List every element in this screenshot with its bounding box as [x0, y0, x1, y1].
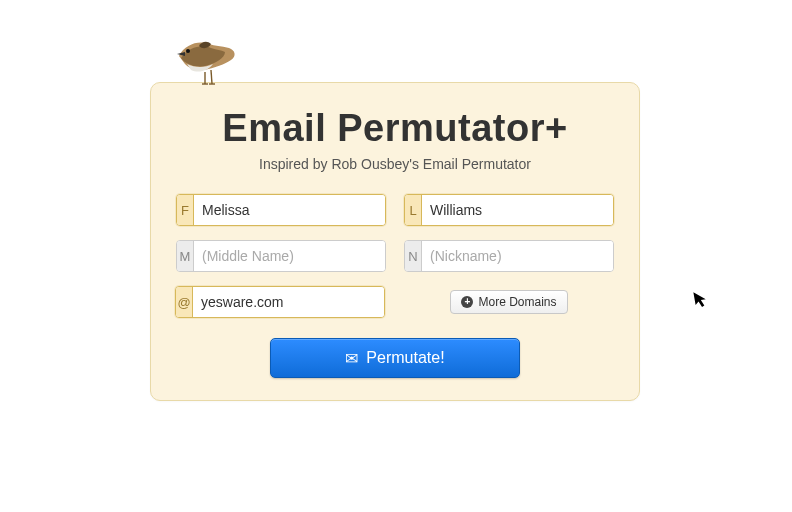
permutate-label: Permutate!: [366, 349, 444, 367]
sparrow-illustration: [175, 34, 245, 92]
last-name-tag: L: [405, 195, 422, 225]
last-name-input[interactable]: [422, 195, 613, 225]
permutator-card: Email Permutator+ Inspired by Rob Ousbey…: [150, 82, 640, 401]
plus-icon: +: [461, 296, 473, 308]
first-name-field: F: [176, 194, 386, 226]
subtitle: Inspired by Rob Ousbey's Email Permutato…: [151, 156, 639, 172]
cursor-pointer-icon: [692, 289, 710, 313]
nickname-tag: N: [405, 241, 422, 271]
more-domains-label: More Domains: [478, 295, 556, 309]
nickname-field: N: [404, 240, 614, 272]
nickname-input[interactable]: [422, 241, 613, 271]
last-name-field: L: [404, 194, 614, 226]
domain-input[interactable]: [193, 287, 384, 317]
first-name-tag: F: [177, 195, 194, 225]
name-row-2: M N: [151, 240, 639, 272]
svg-line-2: [211, 70, 212, 84]
middle-name-field: M: [176, 240, 386, 272]
middle-name-input[interactable]: [194, 241, 385, 271]
at-tag: @: [176, 287, 193, 317]
more-domains-button[interactable]: + More Domains: [450, 290, 567, 314]
page-title: Email Permutator+: [151, 107, 639, 150]
name-row-1: F L: [151, 194, 639, 226]
envelope-icon: ✉: [345, 349, 358, 368]
domain-field: @: [175, 286, 385, 318]
first-name-input[interactable]: [194, 195, 385, 225]
svg-point-0: [186, 49, 190, 53]
domain-row: @ + More Domains: [151, 286, 639, 318]
middle-name-tag: M: [177, 241, 194, 271]
permutate-button[interactable]: ✉ Permutate!: [270, 338, 520, 378]
